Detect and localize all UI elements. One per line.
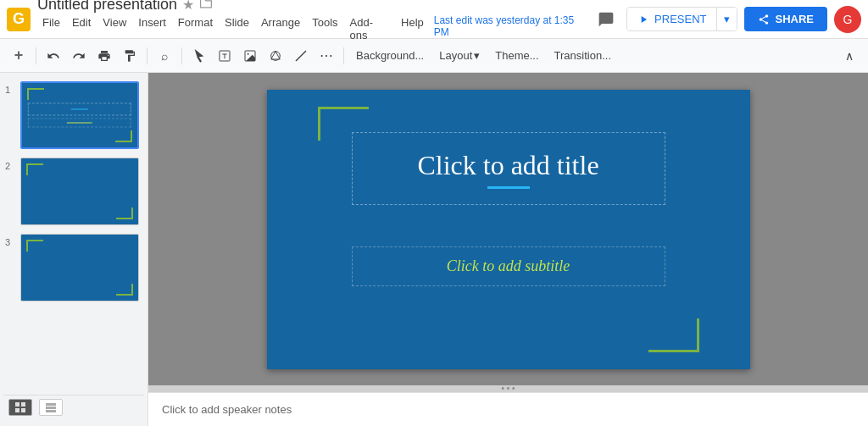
svg-point-4 — [248, 53, 249, 54]
menu-view[interactable]: View — [97, 14, 131, 43]
divider — [147, 47, 147, 64]
theme-button[interactable]: Theme... — [488, 44, 545, 68]
view-controls — [3, 395, 144, 419]
spacer — [3, 308, 144, 386]
slide-number-3: 3 — [5, 234, 17, 247]
svg-rect-10 — [15, 408, 19, 412]
menu-arrange[interactable]: Arrange — [256, 14, 305, 43]
slide-thumbnail-2[interactable] — [20, 158, 139, 225]
present-dropdown[interactable]: ▾ — [716, 8, 737, 30]
folder-icon[interactable] — [199, 0, 213, 12]
slide-title[interactable]: Click to add title — [361, 150, 656, 181]
last-edit-text: Last edit was yesterday at 1:35 PM — [434, 14, 586, 43]
print-button[interactable] — [92, 44, 116, 68]
slide-thumb-3[interactable]: 3 — [3, 232, 144, 303]
resize-handle[interactable]: • • • — [148, 385, 868, 392]
grid-view-button[interactable] — [8, 399, 32, 416]
share-button[interactable]: SHARE — [744, 7, 827, 31]
transition-button[interactable]: Transition... — [548, 44, 618, 68]
star-icon[interactable]: ★ — [182, 0, 194, 13]
top-bar: G Untitled presentation ★ File Edit View… — [0, 0, 868, 39]
corner-decoration-tl — [26, 240, 43, 252]
zoom-button[interactable]: ⌕ — [153, 44, 176, 68]
notes-placeholder[interactable]: Click to add speaker notes — [162, 403, 292, 416]
list-view-button[interactable] — [39, 399, 63, 416]
corner-decoration-br — [116, 284, 133, 296]
slide-canvas-wrapper: Click to add title Click to add subtitle — [148, 73, 868, 385]
canvas-area: Click to add title Click to add subtitle… — [148, 73, 868, 426]
more-tools-button[interactable]: ⋯ — [314, 44, 338, 68]
menu-format[interactable]: Format — [173, 14, 218, 43]
divider — [343, 47, 344, 64]
slide-thumb-1[interactable]: 1 — [3, 80, 144, 151]
slide-thumbnail-3[interactable] — [20, 234, 139, 302]
textbox-button[interactable] — [213, 44, 236, 68]
title-area: Untitled presentation ★ File Edit View I… — [37, 0, 586, 43]
google-logo: G — [7, 8, 31, 31]
image-button[interactable] — [238, 44, 262, 68]
svg-rect-9 — [21, 402, 25, 407]
title-underline — [487, 186, 530, 189]
svg-line-7 — [296, 51, 306, 61]
redo-button[interactable] — [67, 44, 91, 68]
corner-decoration-br — [115, 130, 132, 142]
collapse-toolbar-button[interactable]: ∧ — [837, 44, 861, 68]
slide-panel: 1 2 3 — [0, 73, 148, 426]
notes-area[interactable]: Click to add speaker notes — [148, 392, 868, 426]
title-row: Untitled presentation ★ — [37, 0, 586, 14]
shapes-button[interactable] — [264, 44, 287, 68]
layout-button[interactable]: Layout ▾ — [432, 44, 487, 68]
paint-format-button[interactable] — [118, 44, 142, 68]
toolbar: + ⌕ ⋯ Background... Layout ▾ Theme... Tr… — [0, 39, 868, 73]
topbar-right: PRESENT ▾ SHARE G — [593, 6, 861, 33]
user-avatar[interactable]: G — [834, 6, 861, 33]
slide-thumb-2[interactable]: 2 — [3, 156, 144, 227]
comment-button[interactable] — [593, 6, 620, 33]
subtitle-text-box[interactable]: Click to add subtitle — [352, 246, 665, 286]
svg-rect-13 — [46, 407, 56, 409]
line-button[interactable] — [289, 44, 313, 68]
background-button[interactable]: Background... — [349, 44, 431, 68]
slide-thumbnail-1[interactable] — [20, 81, 139, 149]
corner-decoration-br — [116, 207, 133, 219]
title-text-box[interactable]: Click to add title — [352, 132, 665, 205]
corner-bracket-br — [648, 318, 699, 352]
main-area: 1 2 3 — [0, 73, 868, 426]
present-main[interactable]: PRESENT — [627, 8, 716, 30]
menu-addons[interactable]: Add-ons — [345, 14, 394, 43]
slide-subtitle[interactable]: Click to add subtitle — [361, 257, 656, 275]
cursor-button[interactable] — [187, 44, 211, 68]
corner-decoration-tl — [27, 88, 44, 100]
menu-file[interactable]: File — [37, 14, 65, 43]
svg-rect-14 — [46, 410, 56, 412]
slide-number-2: 2 — [5, 158, 17, 171]
menu-edit[interactable]: Edit — [67, 14, 96, 43]
slide-number-1: 1 — [5, 81, 17, 95]
present-button[interactable]: PRESENT ▾ — [626, 7, 737, 31]
menu-help[interactable]: Help — [396, 14, 429, 43]
menu-slide[interactable]: Slide — [220, 14, 254, 43]
divider — [36, 47, 36, 64]
undo-button[interactable] — [42, 44, 65, 68]
document-title[interactable]: Untitled presentation — [37, 0, 177, 14]
divider — [181, 47, 182, 64]
menu-tools[interactable]: Tools — [307, 14, 342, 43]
corner-decoration-tl — [26, 163, 43, 175]
svg-rect-8 — [15, 402, 19, 407]
menu-insert[interactable]: Insert — [133, 14, 171, 43]
svg-rect-12 — [46, 403, 56, 406]
menu-bar: File Edit View Insert Format Slide Arran… — [37, 14, 586, 43]
slide-canvas[interactable]: Click to add title Click to add subtitle — [267, 90, 750, 369]
svg-rect-11 — [21, 408, 25, 412]
add-slide-button[interactable]: + — [7, 44, 31, 68]
